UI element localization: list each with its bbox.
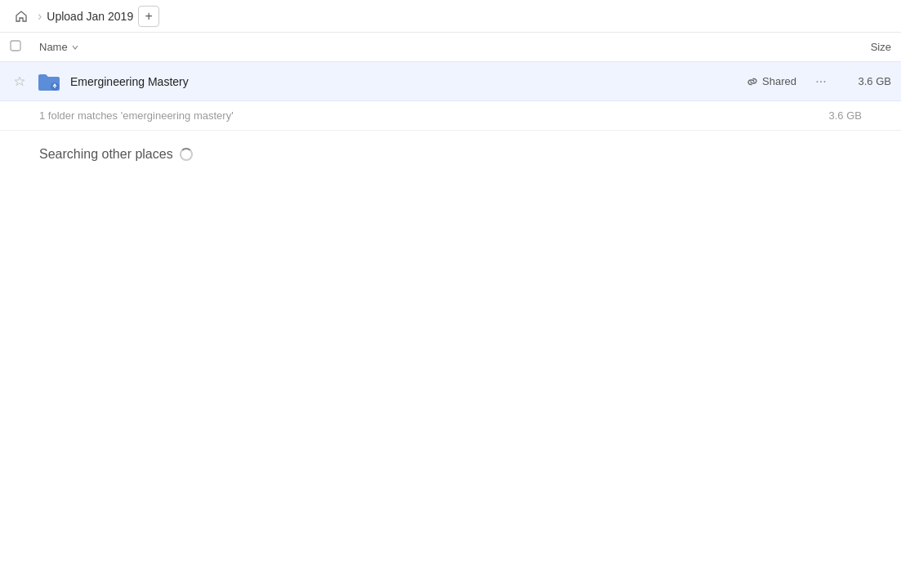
- folder-icon-wrap: [36, 69, 62, 95]
- file-row[interactable]: Emergineering Mastery Shared ··· 3.6 GB: [0, 62, 901, 101]
- searching-label: Searching other places: [39, 147, 173, 162]
- select-all-checkbox[interactable]: [10, 40, 29, 54]
- loading-spinner: [180, 148, 193, 161]
- home-button[interactable]: [10, 5, 33, 28]
- svg-rect-0: [11, 41, 20, 51]
- checkbox-icon: [10, 40, 21, 51]
- match-size: 3.6 GB: [829, 109, 862, 122]
- file-name: Emergineering Mastery: [70, 75, 747, 88]
- match-info-row: 1 folder matches 'emergineering mastery'…: [0, 101, 901, 131]
- searching-section: Searching other places: [0, 131, 901, 178]
- shared-indicator: Shared: [747, 75, 796, 87]
- name-column-header[interactable]: Name: [39, 41, 826, 53]
- match-text: 1 folder matches 'emergineering mastery': [39, 109, 234, 122]
- shared-label: Shared: [762, 75, 796, 87]
- home-icon: [15, 10, 28, 23]
- new-folder-button[interactable]: +: [138, 6, 159, 27]
- folder-icon: [37, 71, 61, 92]
- sort-icon: [71, 43, 79, 51]
- column-headers: Name Size: [0, 33, 901, 62]
- link-icon: [747, 76, 758, 87]
- star-button[interactable]: [10, 76, 29, 87]
- breadcrumb-bar: › Upload Jan 2019 +: [0, 0, 901, 33]
- file-size: 3.6 GB: [842, 75, 891, 87]
- breadcrumb-separator: ›: [38, 9, 42, 24]
- size-column-header: Size: [826, 41, 891, 53]
- more-options-button[interactable]: ···: [810, 70, 832, 93]
- breadcrumb-label: Upload Jan 2019: [47, 10, 133, 23]
- star-icon: [14, 76, 25, 87]
